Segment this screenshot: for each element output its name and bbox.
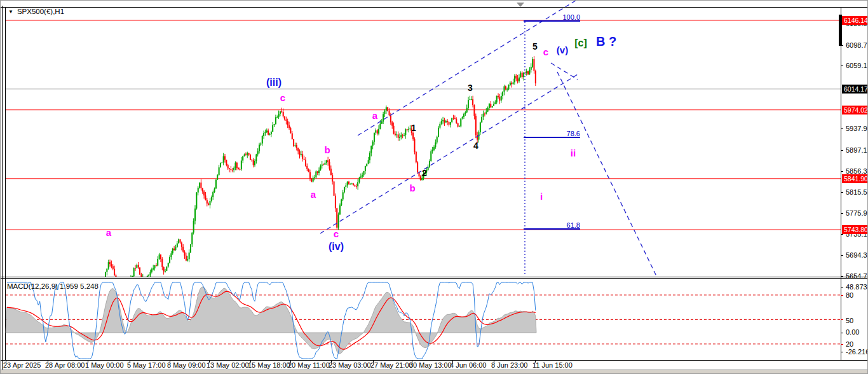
current-price-badge: 6014.17	[842, 85, 868, 94]
wave-label[interactable]: 5	[532, 41, 538, 52]
symbol-period-label: SPX500(€),H1	[17, 8, 64, 15]
price-tick	[841, 234, 843, 235]
price-tick-label: 5654.76	[846, 272, 868, 280]
macd-tick	[841, 333, 843, 333]
fib-level-label: 78.6	[567, 130, 580, 137]
time-tick-label: 8 Jun 23:00	[491, 361, 528, 369]
time-tick-label: 23 May 03:00	[329, 361, 371, 369]
time-tick-label: 15 May 18:00	[248, 361, 290, 369]
price-tick-label: 5775.96	[846, 209, 868, 217]
price-tick-label: 5937.96	[846, 125, 868, 132]
macd-level-tick	[841, 319, 843, 320]
panel-separator-top[interactable]	[1, 277, 868, 277]
chart-window: ▼SPX500(€),H1 MACD(12,26,9) 1.959 5.248 …	[0, 0, 868, 374]
wave-label[interactable]: c	[280, 92, 285, 103]
time-tick-label: 23 Apr 2025	[3, 361, 41, 369]
wave-label[interactable]: (iv)	[329, 241, 344, 253]
price-tick	[841, 128, 843, 129]
wave-label[interactable]: [c]	[574, 38, 587, 49]
time-tick-label: 28 Apr 08:00	[45, 361, 85, 369]
macd-histogram	[6, 287, 536, 354]
window-bottom-strip	[1, 370, 868, 374]
macd-tick	[841, 287, 843, 287]
macd-axis-level-80: 80	[846, 291, 853, 299]
price-tick-label: 5694.36	[846, 251, 868, 259]
time-tick-label: 30 May 13:00	[409, 361, 452, 369]
macd-level-tick	[841, 295, 843, 296]
wave-label[interactable]: c	[543, 46, 548, 57]
price-level-badge: 6146.14	[842, 16, 868, 25]
macd-axis-max: 48.873	[846, 283, 867, 291]
wave-label[interactable]: a	[372, 110, 377, 121]
price-tick	[841, 171, 843, 172]
price-tick	[841, 150, 843, 151]
wave-label[interactable]: b	[409, 183, 415, 193]
macd-axis-min: -26.216	[846, 348, 868, 356]
wave-label[interactable]: 2	[422, 168, 427, 178]
price-tick-label: 5815.56	[846, 188, 868, 196]
price-tick-label: 6059.16	[846, 62, 868, 69]
macd-tick	[841, 352, 843, 352]
time-tick-label: 27 May 21:00	[370, 361, 413, 369]
price-tick-label: 6098.76	[846, 41, 868, 49]
fib-level-label: 61.8	[567, 221, 580, 229]
wave-label[interactable]: B ?	[596, 34, 616, 49]
price-tick	[841, 213, 843, 214]
price-tick	[841, 66, 843, 66]
price-tick-label: 5897.16	[846, 146, 868, 154]
time-tick-label: 11 Jun 15:00	[532, 361, 573, 369]
price-level-badge: 5743.80	[842, 225, 868, 234]
time-tick-label: 20 May 11:00	[288, 361, 330, 369]
time-tick-label: 1 May 00:00	[85, 361, 124, 369]
price-tick	[841, 276, 843, 277]
wave-label[interactable]: c	[334, 228, 339, 239]
time-tick-label: 4 Jun 06:00	[450, 361, 487, 369]
time-tick-label: 13 May 02:00	[207, 361, 249, 369]
macd-axis-level-20: 20	[846, 340, 853, 348]
trendline-projection-long[interactable]	[557, 72, 658, 277]
trendline-projection-short[interactable]	[551, 63, 578, 80]
wave-label[interactable]: 3	[468, 83, 473, 93]
price-tick	[841, 192, 843, 193]
price-tick	[841, 255, 843, 256]
time-axis-separator	[1, 360, 868, 361]
symbol-title[interactable]: ▼SPX500(€),H1	[8, 8, 64, 15]
macd-indicator-label: MACD(12,26,9) 1.959 5.248	[7, 282, 98, 290]
macd-axis-zero: 0.00	[846, 328, 859, 336]
price-level-badge: 5841.90	[842, 174, 868, 183]
wave-label[interactable]: 1	[411, 123, 416, 133]
price-level-badge: 5974.02	[842, 106, 868, 114]
time-tick-label: 5 May 17:00	[127, 361, 166, 369]
wave-label[interactable]: a	[311, 189, 316, 200]
wave-label[interactable]: (v)	[557, 45, 568, 55]
macd-axis-level-50: 50	[846, 317, 853, 324]
wave-label[interactable]: (iii)	[266, 77, 281, 88]
wave-label[interactable]: a	[106, 227, 111, 238]
macd-indicator-panel[interactable]	[1, 279, 868, 360]
time-tick-label: 8 May 09:00	[167, 361, 206, 369]
wave-label[interactable]: ii	[571, 148, 576, 158]
wave-label[interactable]: 4	[473, 141, 478, 151]
wave-label[interactable]: b	[324, 144, 330, 155]
dropdown-arrow-icon[interactable]: ▼	[8, 9, 13, 15]
macd-level-tick	[841, 344, 843, 345]
main-price-chart[interactable]	[1, 1, 868, 277]
chart-shift-marker-icon[interactable]	[517, 3, 524, 7]
wave-label[interactable]: i	[540, 191, 543, 202]
trendline-channel-lower[interactable]	[320, 74, 578, 233]
fib-level-label: 100.0	[562, 13, 580, 21]
